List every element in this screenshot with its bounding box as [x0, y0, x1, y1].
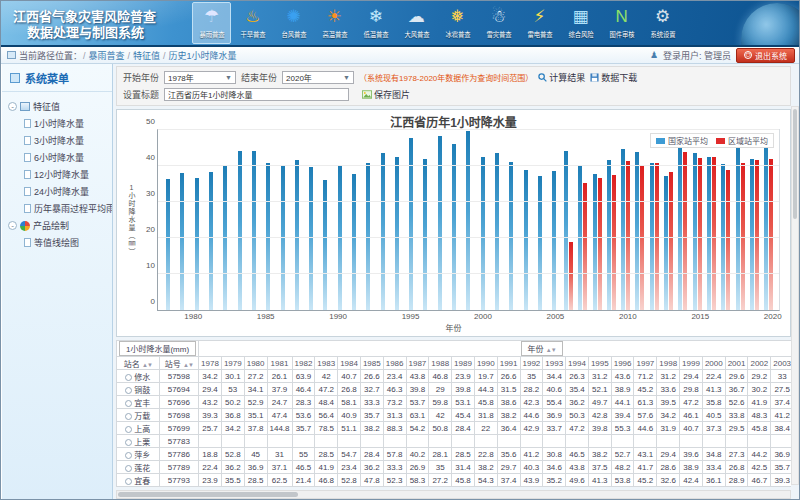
- sidebar-item-0-3[interactable]: 12小时降水量: [24, 166, 110, 183]
- x-tick-label: 1980: [184, 312, 202, 321]
- value-cell: 31.5: [497, 383, 520, 396]
- user-icon: ♟: [650, 50, 658, 60]
- sidebar-item-0-4[interactable]: 24小时降水量: [24, 183, 110, 200]
- value-cell: 28.5: [452, 448, 475, 461]
- value-cell: 28.5: [315, 448, 338, 461]
- station-radio[interactable]: [125, 413, 132, 420]
- toolbar-item-high-temp-survey[interactable]: ☀高温普查: [315, 2, 354, 44]
- value-cell: 41.2: [771, 409, 791, 422]
- breadcrumb-item-0[interactable]: 暴雨普查: [89, 51, 125, 61]
- year-column-header[interactable]: 2001: [725, 357, 748, 370]
- year-column-header[interactable]: 1982: [292, 357, 315, 370]
- unit-selector-button[interactable]: 1小时降水量(mm): [119, 341, 196, 356]
- vertical-scrollbar[interactable]: [791, 106, 799, 485]
- station-radio[interactable]: [125, 400, 132, 407]
- year-column-header[interactable]: 1997: [634, 357, 657, 370]
- toolbar-item-map-review[interactable]: N图件审核: [602, 2, 641, 44]
- expander-icon[interactable]: -: [8, 102, 17, 111]
- year-column-header[interactable]: 1988: [429, 357, 452, 370]
- toolbar-item-low-temp-survey[interactable]: ❄低温普查: [356, 2, 395, 44]
- station-radio[interactable]: [125, 452, 132, 459]
- year-column-header[interactable]: 1987: [406, 357, 429, 370]
- sidebar-item-0-1[interactable]: 3小时降水量: [24, 132, 110, 149]
- toolbar-item-comprehensive-risk[interactable]: ▦综合风险: [561, 2, 600, 44]
- sidebar-group-1[interactable]: -产品绘制: [8, 217, 110, 234]
- download-button[interactable]: 数据下载: [590, 71, 637, 84]
- save-image-button[interactable]: 保存图片: [362, 88, 410, 101]
- year-column-header[interactable]: 2000: [702, 357, 725, 370]
- year-column-header[interactable]: 1998: [657, 357, 680, 370]
- station-radio[interactable]: [125, 374, 132, 381]
- year-column-header[interactable]: 1989: [452, 357, 475, 370]
- value-cell: 43.6: [611, 370, 634, 383]
- station-radio[interactable]: [125, 465, 132, 472]
- year-column-header[interactable]: 1993: [543, 357, 566, 370]
- chart-title-input[interactable]: [164, 88, 349, 101]
- logout-button[interactable]: ⏻ 退出系统: [736, 48, 795, 63]
- end-year-select[interactable]: 2020年▼: [282, 71, 354, 84]
- year-column-header[interactable]: 1992: [520, 357, 543, 370]
- year-column-header[interactable]: 1991: [497, 357, 520, 370]
- toolbar-item-gale-survey[interactable]: ☁大风普查: [397, 2, 436, 44]
- scrollbar-thumb[interactable]: [118, 492, 298, 497]
- bar-group-1981: [204, 130, 218, 310]
- sidebar-item-0-2[interactable]: 6小时降水量: [24, 149, 110, 166]
- year-column-header[interactable]: 1983: [315, 357, 338, 370]
- station-id-sort-header[interactable]: 站号 ▲▼: [159, 357, 199, 370]
- y-tick-label: 50: [146, 117, 155, 126]
- year-column-header[interactable]: 1986: [383, 357, 406, 370]
- bar-2015-national: [693, 153, 697, 310]
- scrollbar-thumb[interactable]: [793, 109, 797, 219]
- year-column-header[interactable]: 1996: [611, 357, 634, 370]
- toolbar-item-hail-survey[interactable]: ❅冰雹普查: [438, 2, 477, 44]
- breadcrumb-item-1[interactable]: 特征值: [133, 51, 160, 61]
- toolbar-item-lightning-survey[interactable]: ⚡雷电普查: [520, 2, 559, 44]
- x-tick-label: 1995: [402, 312, 420, 321]
- year-column-header[interactable]: 1981: [267, 357, 292, 370]
- value-cell: [748, 435, 771, 448]
- year-column-header[interactable]: 1980: [244, 357, 267, 370]
- station-radio[interactable]: [125, 439, 132, 446]
- value-cell: 45.8: [748, 422, 771, 435]
- sidebar-item-0-0[interactable]: 1小时降水量: [24, 115, 110, 132]
- toolbar-item-snow-survey[interactable]: ☃雪灾普查: [479, 2, 518, 44]
- toolbar-item-drought-survey[interactable]: ♨干旱普查: [233, 2, 272, 44]
- table-row: 上栗57783: [117, 435, 792, 448]
- horizontal-scrollbar[interactable]: [116, 490, 791, 499]
- year-column-header[interactable]: 1984: [338, 357, 361, 370]
- start-year-select[interactable]: 1978年▼: [164, 71, 236, 84]
- station-radio[interactable]: [125, 426, 132, 433]
- breadcrumb-item-2[interactable]: 历史1小时降水量: [169, 51, 237, 61]
- station-radio[interactable]: [125, 478, 132, 485]
- bar-1993-national: [381, 153, 385, 310]
- station-name-sort-header[interactable]: 站名 ▲▼: [117, 357, 160, 370]
- year-column-header[interactable]: 1985: [360, 357, 383, 370]
- toolbar-item-typhoon-survey[interactable]: ✺台风普查: [274, 2, 313, 44]
- year-sort-header[interactable]: 年份 ▲▼: [521, 341, 563, 356]
- sidebar-item-1-0[interactable]: 等值线绘图: [24, 234, 110, 251]
- page-icon: [24, 238, 31, 247]
- year-column-header[interactable]: 1995: [588, 357, 611, 370]
- value-cell: 41.3: [702, 383, 725, 396]
- filter-panel: 开始年份 1978年▼ 结束年份 2020年▼ （系统现有1978-2020年数…: [116, 66, 791, 106]
- sidebar-item-0-5[interactable]: 历年暴雨过程平均雨量: [24, 200, 110, 217]
- value-cell: 28.6: [657, 461, 680, 474]
- year-column-header[interactable]: 1978: [199, 357, 222, 370]
- year-column-header[interactable]: 1990: [474, 357, 497, 370]
- value-cell: 53.8: [611, 474, 634, 487]
- table-row: 万载5769839.336.835.147.453.656.440.935.73…: [117, 409, 792, 422]
- station-id-cell: 57698: [159, 409, 199, 422]
- toolbar-item-rainstorm-survey[interactable]: ☂暴雨普查: [192, 2, 231, 44]
- year-column-header[interactable]: 2003: [771, 357, 791, 370]
- year-column-header[interactable]: 1999: [680, 357, 703, 370]
- station-radio[interactable]: [125, 387, 132, 394]
- toolbar-item-system-settings[interactable]: ⚙系统设置: [643, 2, 682, 44]
- calculate-button[interactable]: 计算结果: [538, 71, 585, 84]
- expander-icon[interactable]: -: [8, 221, 17, 230]
- year-column-header[interactable]: 1994: [566, 357, 589, 370]
- value-cell: 47.2: [566, 422, 589, 435]
- sidebar-group-0[interactable]: -特征值: [8, 98, 110, 115]
- year-column-header[interactable]: 2002: [748, 357, 771, 370]
- year-column-header[interactable]: 1979: [221, 357, 244, 370]
- value-cell: 50.2: [221, 396, 244, 409]
